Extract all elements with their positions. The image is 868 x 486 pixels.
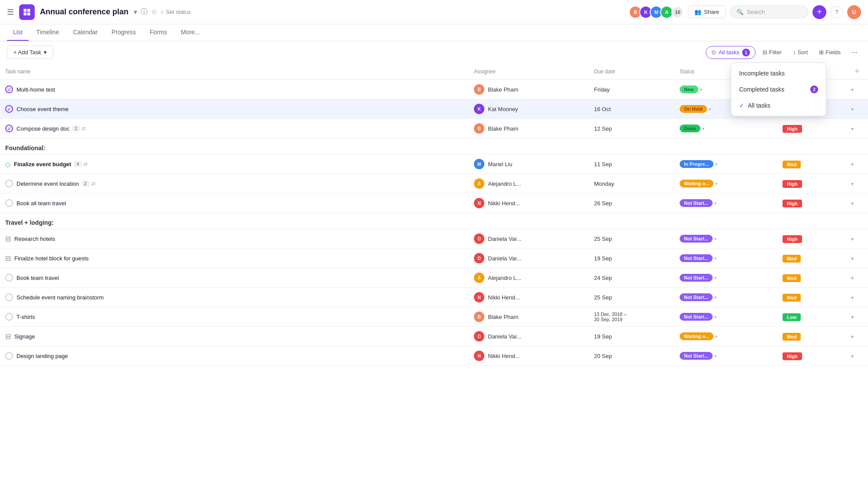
status-cell: Not Start... ▾ [680,235,772,243]
priority-badge[interactable]: Med [783,161,801,168]
tab-more[interactable]: More... [175,24,206,41]
task-check-icon[interactable] [5,199,13,207]
menu-icon[interactable]: ☰ [7,7,14,17]
dropdown-incomplete-tasks[interactable]: Incomplete tasks [731,66,826,81]
status-dropdown-arrow[interactable]: ▾ [700,87,702,92]
help-button[interactable]: ? [831,6,843,18]
avatar-count: 10 [671,6,684,18]
more-button[interactable]: ··· [848,46,861,59]
status-badge[interactable]: Not Start... [680,352,713,360]
priority-badge[interactable]: Med [783,294,801,302]
priority-badge[interactable]: High [783,180,802,188]
expand-icon[interactable]: ▾ [851,236,854,242]
col-header-add[interactable]: + [846,63,868,80]
info-icon[interactable]: ⓘ [141,7,148,16]
task-complete-icon[interactable]: ✓ [5,125,13,132]
tab-progress[interactable]: Progress [105,24,142,41]
status-dropdown-arrow[interactable]: ▾ [714,295,717,300]
assignee-avatar: B [474,84,484,95]
subtask-count: 2 [72,125,80,131]
filter-button[interactable]: ⊟ Filter [758,46,786,58]
expand-icon[interactable]: ▾ [851,256,854,262]
dropdown-completed-tasks[interactable]: Completed tasks 2 [731,81,826,98]
priority-badge[interactable]: Med [783,255,801,263]
status-badge[interactable]: New [680,85,698,93]
svg-rect-2 [24,12,27,15]
priority-badge[interactable]: Med [783,333,801,341]
milestone-icon: ◇ [5,160,10,168]
status-badge[interactable]: Not Start... [680,199,713,207]
expand-icon[interactable]: ▾ [851,334,854,340]
task-check-icon[interactable] [5,180,13,187]
due-date: 13 Dec, 2018 –20 Sep, 2019 [589,307,674,327]
task-check-icon[interactable] [5,274,13,282]
check-mark-icon: ✓ [739,102,744,109]
status-dropdown-arrow[interactable]: ▾ [702,126,704,131]
status-badge[interactable]: Not Start... [680,293,713,301]
tab-calendar[interactable]: Calendar [67,24,104,41]
status-badge[interactable]: On Hold [680,105,707,113]
assignee-name: Alejandro L... [488,275,521,281]
set-status[interactable]: ○ Set status [161,9,191,15]
status-dropdown-arrow[interactable]: ▾ [715,162,717,167]
sort-button[interactable]: ↕ Sort [789,46,812,58]
tab-forms[interactable]: Forms [144,24,173,41]
priority-badge[interactable]: Med [783,274,801,282]
task-check-icon[interactable] [5,293,13,301]
star-icon[interactable]: ☆ [151,8,157,16]
status-badge[interactable]: Not Start... [680,274,713,282]
status-dropdown-arrow[interactable]: ▾ [714,354,717,358]
status-dropdown-arrow[interactable]: ▾ [715,181,717,186]
status-dropdown-arrow[interactable]: ▾ [714,276,717,280]
priority-badge[interactable]: High [783,235,802,243]
task-check-icon[interactable] [5,313,13,321]
expand-icon[interactable]: ▾ [851,161,854,167]
assignee-cell: N Nikki Hend... [474,292,583,302]
status-badge[interactable]: Not Start... [680,235,713,243]
status-dropdown-arrow[interactable]: ▾ [714,256,717,261]
status-dropdown-arrow[interactable]: ▾ [714,315,717,319]
tab-list[interactable]: List [7,24,29,41]
add-button[interactable]: + [812,5,826,19]
expand-icon[interactable]: ▾ [851,275,854,281]
task-check-icon[interactable] [5,352,13,360]
header: ☰ Annual conference plan ▾ ⓘ ☆ ○ Set sta… [0,0,868,24]
expand-icon[interactable]: ▾ [851,353,854,359]
status-badge[interactable]: Waiting o... [680,332,713,340]
status-badge[interactable]: Not Start... [680,313,713,321]
priority-badge[interactable]: Low [783,313,801,321]
task-complete-icon[interactable]: ✓ [5,85,13,93]
expand-icon[interactable]: ▾ [851,106,854,112]
dropdown-all-tasks[interactable]: ✓ All tasks [731,98,826,113]
chevron-down-icon[interactable]: ▾ [134,8,137,16]
title-actions: ▾ ⓘ ☆ ○ Set status [134,7,191,16]
expand-icon[interactable]: ▾ [851,87,854,93]
search-bar[interactable]: 🔍 Search [730,6,808,18]
expand-icon[interactable]: ▾ [851,314,854,320]
status-badge[interactable]: Waiting o... [680,180,713,187]
task-name: Schedule event naming brainstorm [16,294,104,301]
priority-badge[interactable]: High [783,200,802,207]
expand-icon[interactable]: ▾ [851,181,854,187]
status-cell: Waiting o... ▾ [680,332,772,340]
user-avatar[interactable]: U [847,5,861,19]
status-dropdown-arrow[interactable]: ▾ [714,236,717,241]
expand-icon[interactable]: ▾ [851,295,854,301]
fields-button[interactable]: ⊞ Fields [815,46,845,58]
share-button[interactable]: 👥 Share [688,6,726,18]
task-complete-icon[interactable]: ✓ [5,105,13,113]
expand-icon[interactable]: ▾ [851,126,854,132]
all-tasks-button[interactable]: ⊙ All tasks 1 [706,46,756,59]
tab-timeline[interactable]: Timeline [30,24,65,41]
status-dropdown-arrow[interactable]: ▾ [709,107,711,112]
priority-badge[interactable]: High [783,352,802,360]
table-row: ⊟ Finalize hotel block for guests D Dani… [0,249,868,268]
status-badge[interactable]: Not Start... [680,254,713,262]
status-badge[interactable]: Done [680,125,700,132]
expand-icon[interactable]: ▾ [851,200,854,207]
add-task-button[interactable]: + Add Task ▾ [7,46,53,59]
status-badge[interactable]: In Progre... [680,160,713,168]
status-dropdown-arrow[interactable]: ▾ [715,334,717,339]
status-dropdown-arrow[interactable]: ▾ [714,201,717,206]
priority-badge[interactable]: High [783,125,802,133]
